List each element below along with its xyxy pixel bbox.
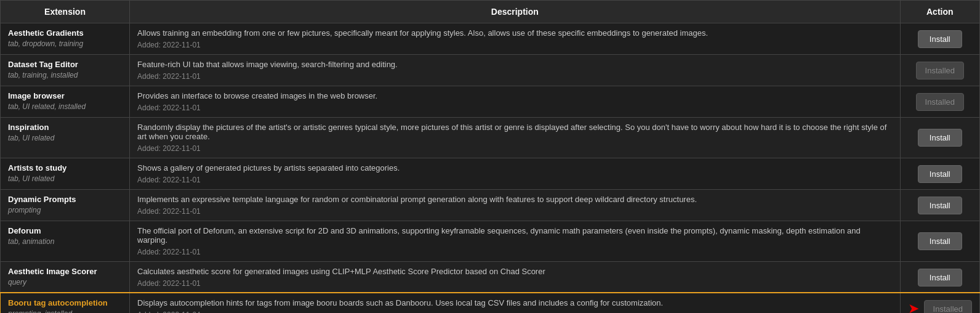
description-text: The official port of Deforum, an extensi… <box>137 226 893 245</box>
extension-tags: tab, training, installed <box>8 71 78 79</box>
extension-name: Dynamic Prompts <box>8 195 122 204</box>
description-cell: The official port of Deforum, an extensi… <box>130 221 901 262</box>
extension-name: Dataset Tag Editor <box>8 60 122 69</box>
description-cell: Provides an interface to browse created … <box>130 86 901 118</box>
extension-cell: Deforumtab, animation <box>1 221 130 262</box>
column-header-description: Description <box>130 1 901 23</box>
extension-tags: tab, animation <box>8 237 54 246</box>
table-row: Image browsertab, UI related, installedP… <box>1 86 980 118</box>
arrow-icon: ➤ <box>908 301 919 313</box>
description-added: Added: 2022-11-01 <box>137 248 201 256</box>
description-text: Feature-rich UI tab that allows image vi… <box>137 60 893 69</box>
action-cell: ➤Installed <box>900 293 979 314</box>
description-text: Allows training an embedding from one or… <box>137 28 893 38</box>
install-button[interactable]: Install <box>918 129 962 147</box>
install-button[interactable]: Install <box>918 232 962 250</box>
description-cell: Shows a gallery of generated pictures by… <box>130 158 901 190</box>
extension-name: Booru tag autocompletion <box>8 298 122 307</box>
extension-tags: tab, UI related <box>8 174 54 183</box>
description-text: Displays autocompletion hints for tags f… <box>137 298 893 307</box>
description-added: Added: 2022-11-01 <box>137 207 201 216</box>
description-cell: Randomly display the pictures of the art… <box>130 118 901 158</box>
description-cell: Displays autocompletion hints for tags f… <box>130 293 901 314</box>
install-button[interactable]: Install <box>918 269 962 287</box>
installed-button: Installed <box>924 300 972 314</box>
action-cell: Install <box>900 158 979 190</box>
description-text: Shows a gallery of generated pictures by… <box>137 163 893 173</box>
install-button[interactable]: Install <box>918 197 962 214</box>
table-row: Booru tag autocompletionprompting, insta… <box>1 293 980 314</box>
description-added: Added: 2022-11-01 <box>137 279 201 288</box>
action-cell: Install <box>900 23 979 55</box>
description-text: Implements an expressive template langua… <box>137 195 893 204</box>
extension-name: Image browser <box>8 91 122 100</box>
description-cell: Feature-rich UI tab that allows image vi… <box>130 55 901 86</box>
extension-tags: tab, dropdown, training <box>8 39 83 48</box>
table-row: Artists to studytab, UI relatedShows a g… <box>1 158 980 190</box>
extension-name: Artists to study <box>8 163 122 173</box>
description-added: Added: 2022-11-01 <box>137 72 201 81</box>
extension-tags: tab, UI related <box>8 134 54 142</box>
action-cell: Installed <box>900 86 979 118</box>
description-added: Added: 2022-11-01 <box>137 144 201 153</box>
action-cell: Install <box>900 262 979 293</box>
table-row: Dynamic PromptspromptingImplements an ex… <box>1 190 980 221</box>
action-cell: Install <box>900 221 979 262</box>
description-text: Provides an interface to browse created … <box>137 91 893 100</box>
extension-tags: prompting <box>8 206 41 214</box>
table-row: Inspirationtab, UI relatedRandomly displ… <box>1 118 980 158</box>
description-added: Added: 2022-11-04 <box>137 311 201 313</box>
action-cell: Installed <box>900 55 979 86</box>
extension-cell: Dynamic Promptsprompting <box>1 190 130 221</box>
extension-cell: Artists to studytab, UI related <box>1 158 130 190</box>
installed-button: Installed <box>916 93 964 111</box>
table-row: Aesthetic Image ScorerqueryCalculates ae… <box>1 262 980 293</box>
table-row: Dataset Tag Editortab, training, install… <box>1 55 980 86</box>
installed-button: Installed <box>916 62 964 79</box>
install-button[interactable]: Install <box>918 30 962 48</box>
extension-cell: Aesthetic Image Scorerquery <box>1 262 130 293</box>
description-added: Added: 2022-11-01 <box>137 41 201 49</box>
extension-name: Inspiration <box>8 123 122 132</box>
description-text: Calculates aesthetic score for generated… <box>137 267 893 276</box>
extension-tags: query <box>8 278 26 287</box>
extension-cell: Inspirationtab, UI related <box>1 118 130 158</box>
description-cell: Implements an expressive template langua… <box>130 190 901 221</box>
install-button[interactable]: Install <box>918 165 962 183</box>
extension-name: Aesthetic Image Scorer <box>8 267 122 276</box>
extension-cell: Dataset Tag Editortab, training, install… <box>1 55 130 86</box>
extension-name: Deforum <box>8 226 122 235</box>
description-added: Added: 2022-11-01 <box>137 104 201 112</box>
table-row: Aesthetic Gradientstab, dropdown, traini… <box>1 23 980 55</box>
action-cell: Install <box>900 118 979 158</box>
extension-tags: prompting, installed <box>8 309 72 313</box>
extension-cell: Aesthetic Gradientstab, dropdown, traini… <box>1 23 130 55</box>
action-cell: Install <box>900 190 979 221</box>
extension-cell: Booru tag autocompletionprompting, insta… <box>1 293 130 314</box>
extension-cell: Image browsertab, UI related, installed <box>1 86 130 118</box>
column-header-action: Action <box>900 1 979 23</box>
description-cell: Allows training an embedding from one or… <box>130 23 901 55</box>
description-cell: Calculates aesthetic score for generated… <box>130 262 901 293</box>
column-header-extension: Extension <box>1 1 130 23</box>
extension-tags: tab, UI related, installed <box>8 102 86 111</box>
description-added: Added: 2022-11-01 <box>137 176 201 184</box>
table-row: Deforumtab, animationThe official port o… <box>1 221 980 262</box>
extension-name: Aesthetic Gradients <box>8 28 122 38</box>
description-text: Randomly display the pictures of the art… <box>137 123 893 141</box>
